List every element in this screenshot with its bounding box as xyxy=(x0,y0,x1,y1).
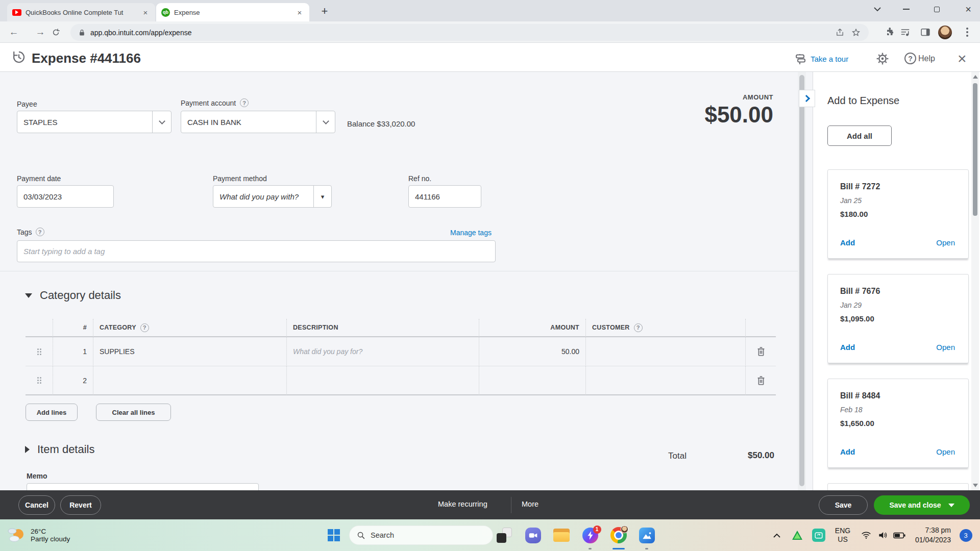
delete-row-button[interactable] xyxy=(746,366,776,395)
ref-no-input[interactable] xyxy=(408,185,481,208)
description-cell[interactable]: What did you pay for? xyxy=(287,337,479,366)
bill-open-link[interactable]: Open xyxy=(936,238,955,247)
bill-add-link[interactable]: Add xyxy=(840,447,855,456)
item-details-toggle[interactable]: Item details xyxy=(25,443,95,456)
address-bar[interactable]: app.qbo.intuit.com/app/expense xyxy=(70,24,869,41)
take-a-tour-link[interactable]: Take a tour xyxy=(811,55,848,63)
settings-gear-icon[interactable] xyxy=(876,52,889,65)
media-playlist-icon[interactable] xyxy=(897,24,913,40)
save-button[interactable]: Save xyxy=(819,495,868,515)
new-tab-button[interactable] xyxy=(317,4,332,18)
row-number: 1 xyxy=(53,337,93,366)
taskbar-app-chat[interactable] xyxy=(522,519,544,551)
side-panel-icon[interactable] xyxy=(918,24,933,40)
tray-clock[interactable]: 7:38 pm01/04/2023 xyxy=(912,519,954,551)
amount-cell[interactable] xyxy=(479,366,586,395)
tray-language-switcher[interactable]: ENGUS xyxy=(831,519,854,551)
bookmark-star-icon[interactable] xyxy=(851,28,861,37)
row-drag-handle[interactable] xyxy=(26,337,53,366)
taskbar-app-photos[interactable] xyxy=(635,519,658,551)
customer-help-icon[interactable] xyxy=(634,323,643,332)
close-window-button[interactable]: × xyxy=(957,0,980,18)
dropdown-triangle-icon[interactable] xyxy=(948,504,954,507)
more-button[interactable]: More xyxy=(522,500,538,508)
close-expense-icon[interactable] xyxy=(958,50,967,67)
tab-search-chevron-icon[interactable] xyxy=(866,0,889,18)
delete-row-button[interactable] xyxy=(746,337,776,366)
panel-scrollbar[interactable] xyxy=(971,72,979,490)
description-cell[interactable] xyxy=(287,366,479,395)
taskbar-search[interactable]: Search xyxy=(349,525,493,545)
add-all-button[interactable]: Add all xyxy=(827,126,892,146)
category-cell[interactable] xyxy=(93,366,287,395)
notification-center[interactable]: 3 xyxy=(955,519,976,551)
payment-account-select[interactable]: CASH IN BANK xyxy=(181,111,335,133)
weather-widget[interactable]: 26°C Partly cloudy xyxy=(6,525,70,545)
chevron-down-icon[interactable] xyxy=(316,111,335,133)
taskbar-app-messenger[interactable]: 1 xyxy=(579,519,601,551)
scroll-down-icon[interactable] xyxy=(973,484,978,487)
bill-open-link[interactable]: Open xyxy=(936,447,955,456)
row-drag-handle[interactable] xyxy=(26,366,53,395)
browser-menu-icon[interactable] xyxy=(960,24,975,40)
bill-add-link[interactable]: Add xyxy=(840,343,855,352)
tray-show-hidden-icons[interactable] xyxy=(768,519,786,551)
taskbar-app-file-explorer[interactable] xyxy=(550,519,573,551)
bill-add-link[interactable]: Add xyxy=(840,238,855,247)
customer-cell[interactable] xyxy=(586,366,746,395)
payment-account-help-icon[interactable] xyxy=(240,98,249,107)
wifi-icon[interactable] xyxy=(857,519,875,551)
category-help-icon[interactable] xyxy=(140,323,149,332)
quickbooks-icon xyxy=(161,8,170,17)
back-icon[interactable]: ← xyxy=(6,24,21,40)
taskbar-app-desktops[interactable] xyxy=(493,519,516,551)
profile-avatar[interactable] xyxy=(937,24,952,40)
tab-quickbooks-tutorial[interactable]: QuickBooks Online Complete Tut xyxy=(7,3,155,21)
extensions-puzzle-icon[interactable] xyxy=(883,24,898,40)
dropdown-arrow-icon[interactable] xyxy=(313,186,331,207)
row-number: 2 xyxy=(53,366,93,395)
col-actions xyxy=(746,319,776,337)
payee-select[interactable]: STAPLES xyxy=(17,111,172,133)
bill-number: Bill # 8484 xyxy=(840,391,880,400)
payment-method-combo[interactable]: What did you pay with? xyxy=(213,185,332,208)
close-tab-icon[interactable] xyxy=(141,8,150,17)
scroll-up-icon[interactable] xyxy=(973,75,978,79)
chevron-down-icon[interactable] xyxy=(152,111,171,133)
forward-icon[interactable]: → xyxy=(33,24,48,40)
start-button[interactable] xyxy=(323,519,345,551)
save-and-close-button[interactable]: Save and close xyxy=(874,495,970,515)
collapse-panel-button[interactable] xyxy=(799,90,815,107)
tray-screen-sync-icon[interactable] xyxy=(810,519,828,551)
close-tab-icon[interactable] xyxy=(295,8,304,17)
category-details-toggle[interactable]: Category details xyxy=(25,289,121,302)
reload-icon[interactable] xyxy=(48,24,63,40)
tray-antivirus-icon[interactable] xyxy=(788,519,806,551)
tags-help-icon[interactable] xyxy=(36,228,44,236)
history-icon[interactable] xyxy=(11,49,27,65)
battery-icon[interactable] xyxy=(890,519,909,551)
customer-cell[interactable] xyxy=(586,337,746,366)
amount-cell[interactable]: 50.00 xyxy=(479,337,586,366)
category-cell[interactable]: SUPPLIES xyxy=(93,337,287,366)
revert-button[interactable]: Revert xyxy=(60,495,101,515)
taskbar-app-chrome[interactable] xyxy=(607,519,630,551)
search-placeholder: Search xyxy=(371,531,394,539)
cancel-button[interactable]: Cancel xyxy=(18,495,55,515)
col-category: CATEGORY xyxy=(93,319,287,337)
clear-all-lines-button[interactable]: Clear all lines xyxy=(96,404,171,421)
manage-tags-link[interactable]: Manage tags xyxy=(450,229,492,237)
main-scrollbar[interactable] xyxy=(798,72,806,490)
volume-icon[interactable] xyxy=(874,519,891,551)
maximize-window-button[interactable] xyxy=(925,0,948,18)
make-recurring-button[interactable]: Make recurring xyxy=(438,500,487,508)
bill-amount: $180.00 xyxy=(840,210,868,218)
share-icon[interactable] xyxy=(836,28,844,37)
minimize-window-button[interactable] xyxy=(894,0,918,18)
add-lines-button[interactable]: Add lines xyxy=(26,404,78,421)
help-button[interactable]: ? Help xyxy=(904,53,935,64)
payment-date-input[interactable] xyxy=(17,185,114,208)
bill-open-link[interactable]: Open xyxy=(936,343,955,352)
tags-input[interactable] xyxy=(17,240,496,262)
tab-expense[interactable]: Expense xyxy=(156,3,309,21)
